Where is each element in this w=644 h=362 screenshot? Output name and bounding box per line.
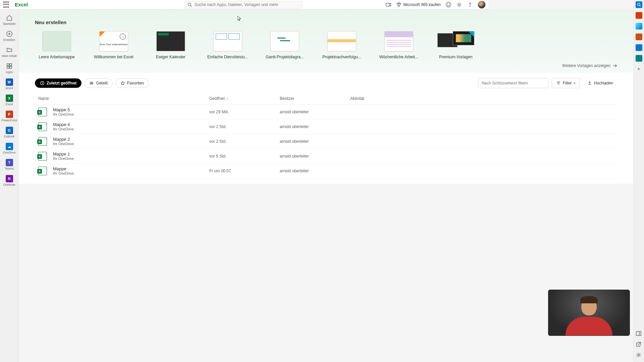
search-box[interactable] bbox=[184, 1, 302, 8]
file-name: Mappe 2 bbox=[53, 137, 74, 142]
template-thumb bbox=[156, 31, 185, 51]
template-welcome[interactable]: →Eine Tour unternehmenWillkommen bei Exc… bbox=[92, 31, 136, 59]
user-avatar[interactable] bbox=[478, 1, 486, 9]
help-icon[interactable] bbox=[467, 2, 473, 8]
nav-powerpoint[interactable]: PPowerPoint bbox=[0, 109, 19, 124]
people-icon bbox=[89, 81, 94, 85]
excel-file-icon bbox=[38, 122, 47, 131]
template-invoice[interactable]: Einfache Dienstleistu... bbox=[206, 31, 250, 59]
file-location: Ihr OneDrive bbox=[53, 157, 74, 161]
onenote-icon: N bbox=[6, 175, 13, 182]
table-row[interactable]: Mappe 1Ihr OneDrivevor 5 Std.arnold ober… bbox=[35, 149, 488, 164]
excel-file-icon bbox=[38, 108, 47, 116]
nav-create[interactable]: Erstellen bbox=[0, 28, 19, 44]
nav-onenote[interactable]: NOneNote bbox=[0, 173, 19, 188]
file-location: Ihr OneDrive bbox=[53, 112, 74, 116]
file-name: Mappe 5 bbox=[53, 107, 74, 112]
plus-circle-icon bbox=[6, 30, 13, 38]
template-thumb bbox=[384, 31, 413, 51]
svg-point-7 bbox=[470, 6, 470, 6]
table-row[interactable]: Mappe 2Ihr OneDrivevor 2 Std.arnold ober… bbox=[35, 134, 488, 149]
nav-apps[interactable]: Apps bbox=[0, 60, 19, 76]
table-row[interactable]: Mappe 4Ihr OneDrivevor 2 Std.arnold ober… bbox=[35, 119, 488, 134]
meet-now-icon[interactable] bbox=[385, 2, 391, 8]
template-gantt[interactable]: Gantt-Projektdiagra... bbox=[263, 31, 307, 59]
new-section-title: Neu erstellen bbox=[35, 19, 488, 25]
nav-onedrive[interactable]: ☁OneDrive bbox=[0, 141, 19, 156]
keyword-filter-input[interactable] bbox=[478, 78, 488, 88]
diamond-icon bbox=[396, 2, 401, 7]
template-gallery: Leere Arbeitsmappe →Eine Tour unternehme… bbox=[35, 31, 488, 59]
outlook-icon: O bbox=[6, 127, 13, 134]
svg-rect-2 bbox=[386, 3, 389, 6]
svg-rect-9 bbox=[7, 64, 9, 66]
svg-point-5 bbox=[449, 4, 449, 4]
file-owner: arnold oberleiter bbox=[280, 169, 350, 173]
file-list: Mappe 5Ihr OneDrivevor 29 Min.arnold obe… bbox=[35, 105, 488, 178]
svg-point-4 bbox=[447, 4, 448, 4]
main-content: Neu erstellen Leere Arbeitsmappe →Eine T… bbox=[19, 9, 488, 274]
search-input[interactable] bbox=[195, 2, 299, 7]
feedback-icon[interactable] bbox=[445, 2, 451, 8]
template-weekly[interactable]: Wöchentliche Arbeit... bbox=[377, 31, 421, 59]
clock-icon bbox=[40, 81, 45, 85]
more-templates-link[interactable]: Weitere Vorlagen anzeigen bbox=[35, 63, 488, 68]
top-header: Excel Microsoft 365 kaufen bbox=[0, 0, 488, 9]
template-premium[interactable]: Premium-Vorlagen bbox=[434, 31, 478, 59]
template-thumb bbox=[437, 31, 474, 51]
nav-home[interactable]: Startseite bbox=[0, 12, 19, 27]
svg-rect-11 bbox=[7, 66, 9, 68]
buy-microsoft-365[interactable]: Microsoft 365 kaufen bbox=[396, 2, 441, 7]
file-opened: vor 2 Std. bbox=[209, 124, 280, 129]
left-nav: Startseite Erstellen Mein Inhalt Apps WW… bbox=[0, 9, 19, 274]
col-activity[interactable]: Aktivität bbox=[350, 96, 488, 101]
file-name: Mappe 1 bbox=[53, 152, 74, 157]
file-owner: arnold oberleiter bbox=[280, 154, 350, 159]
settings-icon[interactable] bbox=[456, 2, 462, 8]
table-row[interactable]: Mappe 5Ihr OneDrivevor 29 Min.arnold obe… bbox=[35, 105, 488, 119]
svg-rect-12 bbox=[10, 66, 12, 68]
table-header: Name Geöffnet↓ Besitzer Aktivität bbox=[35, 93, 488, 105]
sort-desc-icon: ↓ bbox=[226, 96, 228, 101]
col-owner[interactable]: Besitzer bbox=[280, 96, 350, 101]
col-name[interactable]: Name bbox=[38, 96, 209, 101]
apps-icon bbox=[6, 62, 13, 70]
template-thumb bbox=[42, 31, 71, 51]
svg-rect-10 bbox=[10, 64, 12, 66]
template-blank[interactable]: Leere Arbeitsmappe bbox=[35, 31, 78, 59]
nav-teams[interactable]: TTeams bbox=[0, 157, 19, 172]
excel-file-icon bbox=[38, 167, 47, 175]
template-thumb bbox=[327, 31, 356, 51]
tab-shared[interactable]: Geteilt bbox=[84, 78, 113, 88]
file-name: Mappe bbox=[53, 166, 74, 171]
star-icon bbox=[120, 81, 125, 85]
app-title: Excel bbox=[15, 2, 28, 7]
teams-icon: T bbox=[6, 159, 13, 166]
svg-point-6 bbox=[458, 4, 460, 5]
tab-recent[interactable]: Zuletzt geöffnet bbox=[35, 78, 82, 88]
onedrive-icon: ☁ bbox=[6, 143, 13, 150]
file-owner: arnold oberleiter bbox=[280, 110, 350, 114]
col-opened[interactable]: Geöffnet↓ bbox=[209, 96, 280, 101]
svg-point-19 bbox=[90, 82, 92, 83]
nav-my-content[interactable]: Mein Inhalt bbox=[0, 44, 19, 60]
template-thumb bbox=[270, 31, 299, 51]
nav-word[interactable]: WWord bbox=[0, 76, 19, 92]
file-opened: Fr um 00:07 bbox=[209, 169, 280, 173]
search-icon bbox=[187, 2, 192, 7]
template-calendar[interactable]: Ewiger Kalender bbox=[149, 31, 193, 59]
nav-outlook[interactable]: OOutlook bbox=[0, 125, 19, 140]
template-tracking[interactable]: Projektnachverfolgu... bbox=[320, 31, 364, 59]
tab-favorites[interactable]: Favoriten bbox=[115, 78, 149, 88]
file-name: Mappe 4 bbox=[53, 122, 74, 127]
files-section: Zuletzt geöffnet Geteilt Favoriten Filte… bbox=[19, 73, 488, 184]
file-owner: arnold oberleiter bbox=[280, 139, 350, 144]
new-section: Neu erstellen Leere Arbeitsmappe →Eine T… bbox=[19, 9, 488, 73]
app-launcher-icon[interactable] bbox=[3, 1, 9, 8]
file-location: Ihr OneDrive bbox=[53, 127, 74, 131]
table-row[interactable]: MappeIhr OneDriveFr um 00:07arnold oberl… bbox=[35, 164, 488, 178]
folder-icon bbox=[6, 46, 13, 54]
file-opened: vor 29 Min. bbox=[209, 110, 280, 114]
nav-excel[interactable]: XExcel bbox=[0, 93, 19, 108]
file-opened: vor 2 Std. bbox=[209, 139, 280, 144]
